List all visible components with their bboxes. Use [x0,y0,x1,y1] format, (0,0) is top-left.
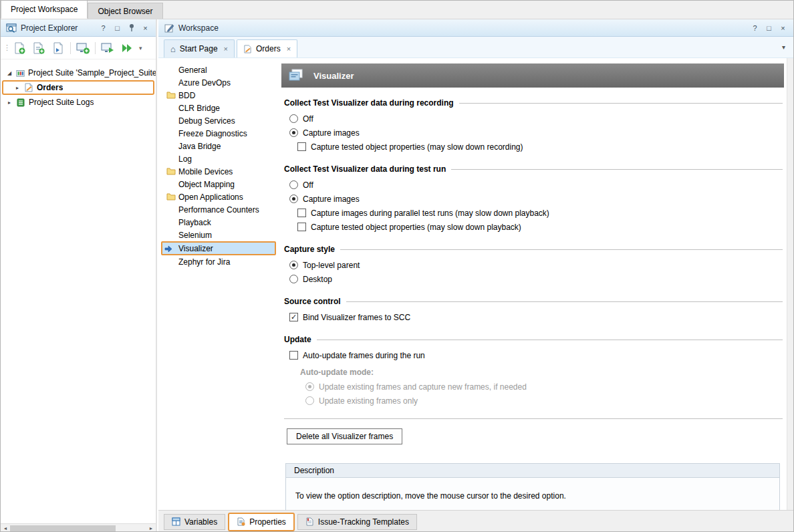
category-performance-counters[interactable]: Performance Counters [161,203,276,216]
help-icon[interactable]: ? [98,24,108,32]
radio-label: Desktop [303,275,332,284]
radio-testrun-off[interactable]: Off [289,178,784,192]
description-box: Description To view the option descripti… [285,463,780,510]
add-existing-item-icon[interactable] [51,41,65,55]
radio-top-level-parent[interactable]: Top-level parent [289,258,784,272]
close-icon[interactable]: × [778,24,788,32]
category-log[interactable]: Log [161,152,276,165]
tab-start-page[interactable]: ⌂ Start Page × [164,39,235,57]
section-source-control: Source control [284,297,784,306]
checkbox-recording-capture-props[interactable]: Capture tested object properties (may sl… [297,140,784,154]
add-new-item-icon[interactable] [12,41,27,55]
checkbox-auto-update[interactable]: Auto-update frames during the run [289,348,784,362]
radio-label: Top-level parent [303,261,360,270]
tab-list-dropdown-icon[interactable]: ▾ [782,43,785,51]
scroll-left-icon[interactable]: ◄ [1,526,10,531]
category-label: CLR Bridge [178,104,220,113]
logs-icon [16,98,25,107]
category-bdd[interactable]: BDD [161,89,276,102]
category-zephyr-for-jira[interactable]: Zephyr for Jira [161,255,276,268]
section-title: Update [284,335,311,344]
category-general[interactable]: General [161,63,276,76]
tab-project-workspace[interactable]: Project Workspace [1,0,88,19]
run-project-suite-icon[interactable] [120,41,134,55]
properties-icon [237,517,245,526]
tab-close-icon[interactable]: × [287,45,291,53]
project-explorer-toolbar: ⋮ ▾ [1,37,156,59]
checkbox-label: Capture images during parallel test runs… [311,209,549,218]
scrollbar-thumb[interactable] [10,525,116,532]
radio-recording-capture-images[interactable]: Capture images [289,126,784,140]
category-mobile-devices[interactable]: Mobile Devices [161,165,276,178]
category-label: Debug Services [178,116,235,126]
tab-object-browser[interactable]: Object Browser [88,3,162,19]
radio-icon [289,261,298,269]
panel-title: Workspace [178,23,746,33]
run-project-icon[interactable] [100,41,115,55]
category-label: Object Mapping [178,180,235,189]
checkbox-bind-scc[interactable]: ✓ Bind Visualizer frames to SCC [289,310,784,324]
expander-icon[interactable]: ◢ [6,70,13,76]
category-visualizer[interactable]: Visualizer [161,241,276,255]
checkbox-icon [297,223,306,231]
category-freeze-diagnostics[interactable]: Freeze Diagnostics [161,127,276,140]
section-title: Collect Test Visualizer data during test… [284,164,446,174]
category-selenium[interactable]: Selenium [161,229,276,241]
checkbox-testrun-parallel[interactable]: Capture images during parallel test runs… [297,206,784,220]
horizontal-scrollbar[interactable]: ◄ ► [1,523,156,532]
tab-close-icon[interactable]: × [224,45,228,53]
checkbox-icon: ✓ [289,313,298,321]
category-open-applications[interactable]: Open Applications [161,190,276,203]
category-label: Java Bridge [178,142,221,151]
category-label: Selenium [178,231,212,240]
toolbar-separator [70,42,71,54]
expander-icon[interactable]: ▸ [6,100,13,106]
add-new-project-icon[interactable] [31,41,46,55]
settings-category-list: General Azure DevOps BDD CLR Bridge Debu… [161,63,276,510]
pin-icon[interactable] [126,23,136,33]
category-clr-bridge[interactable]: CLR Bridge [161,102,276,114]
run-selected-icon[interactable] [76,41,90,55]
category-debug-services[interactable]: Debug Services [161,114,276,127]
visualizer-icon [288,68,304,83]
delete-all-frames-button[interactable]: Delete all Visualizer frames [287,428,402,444]
radio-icon [289,275,298,283]
section-rule [340,249,783,250]
radio-testrun-capture-images[interactable]: Capture images [289,192,784,206]
tree-item-orders[interactable]: ▸ Orders [2,80,154,95]
tab-issue-tracking-templates[interactable]: Issue-Tracking Templates [297,514,417,530]
float-icon[interactable]: □ [112,24,122,32]
tab-properties[interactable]: Properties [228,513,295,531]
auto-update-mode-label: Auto-update mode: [300,366,784,378]
tab-label: Project Workspace [11,5,78,14]
tab-label: Properties [249,517,286,527]
radio-icon [305,382,314,391]
category-label: Mobile Devices [178,167,233,176]
float-icon[interactable]: □ [764,24,774,32]
toolbar-grip[interactable]: ⋮ [3,43,7,52]
vertical-scrollbar[interactable] [787,58,793,510]
radio-recording-off[interactable]: Off [289,112,784,126]
tab-variables[interactable]: Variables [164,514,225,530]
tab-orders[interactable]: Orders × [237,39,297,57]
radio-label: Capture images [303,194,360,204]
folder-icon [166,91,176,99]
close-icon[interactable]: × [140,24,150,32]
category-object-mapping[interactable]: Object Mapping [161,178,276,190]
help-icon[interactable]: ? [750,24,760,32]
toolbar-dropdown-icon[interactable]: ▾ [139,45,142,51]
tree-item-project-suite[interactable]: ◢ Project Suite 'Sample_Project_Suite' (… [1,66,156,80]
tree-item-project-suite-logs[interactable]: ▸ Project Suite Logs [1,96,156,109]
category-java-bridge[interactable]: Java Bridge [161,140,276,152]
category-label: Log [178,154,192,164]
section-test-run: Collect Test Visualizer data during test… [284,164,784,174]
category-azure-devops[interactable]: Azure DevOps [161,76,276,89]
category-playback[interactable]: Playback [161,216,276,229]
scroll-right-icon[interactable]: ► [146,526,156,531]
checkbox-testrun-capture-props[interactable]: Capture tested object properties (may sl… [297,220,784,234]
radio-desktop[interactable]: Desktop [289,272,784,286]
tree-item-label: Project Suite 'Sample_Project_Suite' (1 … [28,68,156,78]
expander-icon[interactable]: ▸ [14,85,21,91]
variables-icon [172,517,180,526]
section-rule [346,301,783,302]
